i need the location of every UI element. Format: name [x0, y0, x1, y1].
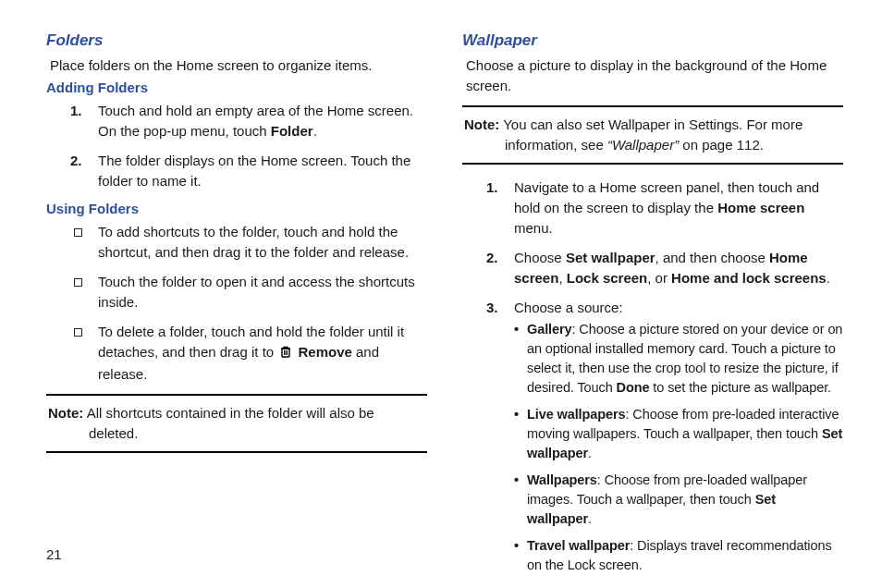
list-number: 3. [486, 298, 498, 318]
bold-text: Remove [298, 344, 351, 360]
note-right: Note: You can also set Wallpaper in Sett… [462, 105, 843, 165]
text: . [313, 123, 317, 139]
adding-folders-list: 1. Touch and hold an empty area of the H… [46, 101, 427, 191]
list-item: 3. Choose a source: Gallery: Choose a pi… [486, 298, 843, 575]
text: . [588, 446, 592, 460]
heading-folders: Folders [46, 31, 427, 50]
list-item: Gallery: Choose a picture stored on your… [514, 320, 843, 398]
text: To add shortcuts to the folder, touch an… [98, 224, 409, 260]
right-column: Wallpaper Choose a picture to display in… [462, 31, 843, 584]
text: Choose a source: [514, 300, 623, 315]
trash-icon [279, 344, 292, 364]
text: menu. [514, 220, 553, 236]
list-number: 2. [486, 248, 498, 268]
bold-text: Home screen [717, 200, 804, 215]
list-item: Wallpapers: Choose from pre-loaded wallp… [514, 471, 843, 529]
page-body: Folders Place folders on the Home screen… [0, 0, 882, 584]
italic-text: “Wallpaper” [607, 137, 679, 153]
bold-text: Set wallpaper [566, 250, 655, 265]
list-number: 1. [486, 178, 498, 198]
note-text: You can also set Wallpaper in Settings. … [499, 116, 802, 132]
heading-wallpaper: Wallpaper [462, 31, 843, 50]
note-text: on page 112. [679, 137, 764, 153]
heading-using-folders: Using Folders [46, 201, 427, 216]
bold-text: Home and lock screens [671, 270, 827, 286]
source-list: Gallery: Choose a picture stored on your… [514, 320, 843, 575]
list-number: 1. [70, 101, 82, 121]
bold-text: Wallpapers [527, 472, 597, 487]
text: to set the picture as wallpaper. [649, 380, 831, 395]
text: , and then choose [655, 250, 769, 265]
text: Choose [514, 250, 566, 265]
bold-text: Gallery [527, 322, 571, 337]
wallpaper-steps: 1. Navigate to a Home screen panel, then… [462, 178, 843, 575]
note-left: Note: All shortcuts contained in the fol… [46, 394, 427, 453]
bold-text: Travel wallpaper [527, 538, 630, 553]
list-item: To add shortcuts to the folder, touch an… [70, 222, 427, 263]
folders-intro: Place folders on the Home screen to orga… [50, 55, 427, 76]
note-text: information, see [505, 137, 607, 153]
list-item: 2. Choose Set wallpaper, and then choose… [486, 248, 843, 288]
wallpaper-intro: Choose a picture to display in the backg… [466, 55, 843, 96]
text: , [558, 270, 566, 286]
bold-text: Done [617, 380, 650, 395]
text: . [588, 511, 592, 526]
heading-adding-folders: Adding Folders [46, 80, 427, 95]
list-item: 2. The folder displays on the Home scree… [70, 151, 427, 191]
svg-rect-0 [282, 349, 289, 357]
bold-text: Live wallpapers [527, 407, 626, 422]
list-item: Touch the folder to open it and access t… [70, 272, 427, 312]
list-item: 1. Navigate to a Home screen panel, then… [486, 178, 843, 239]
list-number: 2. [70, 151, 82, 171]
page-number: 21 [46, 546, 62, 562]
bold-text: Lock screen [567, 270, 648, 286]
bold-text: Folder [271, 123, 313, 139]
list-item: To delete a folder, touch and hold the f… [70, 322, 427, 385]
text: . [827, 270, 830, 286]
using-folders-list: To add shortcuts to the folder, touch an… [46, 222, 427, 385]
note-label: Note: [48, 405, 83, 421]
left-column: Folders Place folders on the Home screen… [46, 31, 427, 584]
text: Touch the folder to open it and access t… [98, 274, 415, 310]
list-item: 1. Touch and hold an empty area of the H… [70, 101, 427, 141]
text: Touch and hold an empty area of the Home… [98, 103, 413, 139]
list-item: Travel wallpaper: Displays travel recomm… [514, 536, 843, 575]
list-item: Live wallpapers: Choose from pre-loaded … [514, 405, 843, 463]
text: , or [647, 270, 671, 286]
text: The folder displays on the Home screen. … [98, 153, 410, 189]
note-label: Note: [464, 116, 499, 132]
note-text: All shortcuts contained in the folder wi… [83, 405, 374, 441]
